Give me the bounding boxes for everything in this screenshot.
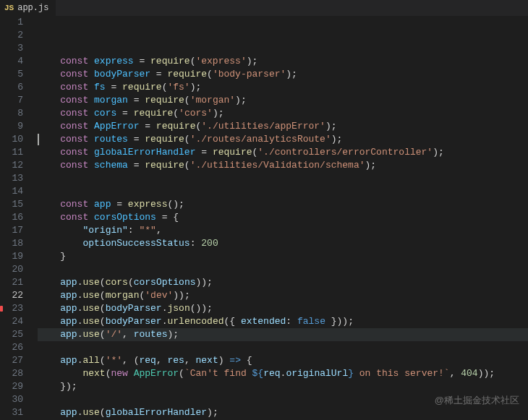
code-line[interactable]: app.all('*', (req, res, next) => { — [38, 354, 528, 367]
line-number: 16 — [0, 211, 23, 224]
line-number: 8 — [0, 107, 23, 120]
line-number: 18 — [0, 237, 23, 250]
line-number: 12 — [0, 159, 23, 172]
code-line[interactable]: const routes = require('./routes/analyti… — [38, 133, 528, 146]
code-line[interactable]: app.use(bodyParser.json()); — [38, 302, 528, 315]
code-line[interactable] — [38, 172, 528, 185]
code-line[interactable]: const AppError = require('./utilities/ap… — [38, 120, 528, 133]
line-number: 26 — [0, 341, 23, 354]
line-number: 24 — [0, 315, 23, 328]
code-line[interactable]: app.use('/', routes); — [38, 328, 528, 341]
line-number: 5 — [0, 68, 23, 81]
code-line[interactable]: const app = express(); — [38, 198, 528, 211]
line-number: 14 — [0, 185, 23, 198]
line-number: 15 — [0, 198, 23, 211]
line-number: 4 — [0, 55, 23, 68]
line-number: 28 — [0, 367, 23, 380]
code-line[interactable]: app.use(bodyParser.urlencoded({ extended… — [38, 315, 528, 328]
line-number: 27 — [0, 354, 23, 367]
line-number-gutter: 1234567891011121314151617181920212223242… — [0, 16, 32, 420]
line-number: 20 — [0, 263, 23, 276]
text-cursor — [38, 134, 39, 145]
code-line[interactable]: const cors = require('cors'); — [38, 107, 528, 120]
line-number: 7 — [0, 94, 23, 107]
line-number: 1 — [0, 16, 23, 29]
line-number: 13 — [0, 172, 23, 185]
code-line[interactable]: const schema = require('./utilities/Vali… — [38, 159, 528, 172]
tab-bar: JS app.js — [0, 0, 528, 16]
code-line[interactable]: const morgan = require('morgan'); — [38, 94, 528, 107]
line-number: 23 — [0, 302, 23, 315]
code-line[interactable]: const fs = require('fs'); — [38, 81, 528, 94]
line-number: 9 — [0, 120, 23, 133]
code-line[interactable] — [38, 263, 528, 276]
error-marker-icon — [0, 306, 3, 312]
code-line[interactable]: app.use(cors(corsOptions)); — [38, 276, 528, 289]
line-number: 19 — [0, 250, 23, 263]
code-line[interactable]: } — [38, 250, 528, 263]
code-line[interactable]: "origin": "*", — [38, 224, 528, 237]
javascript-icon: JS — [4, 4, 14, 12]
line-number: 3 — [0, 42, 23, 55]
code-line[interactable] — [38, 185, 528, 198]
code-line[interactable]: app.use(morgan('dev')); — [38, 289, 528, 302]
code-line[interactable]: const corsOptions = { — [38, 211, 528, 224]
code-line[interactable]: app.use(globalErrorHandler); — [38, 406, 528, 419]
code-line[interactable]: const bodyParser = require('body-parser'… — [38, 68, 528, 81]
code-line[interactable]: const globalErrorHandler = require('./co… — [38, 146, 528, 159]
code-line[interactable]: next(new AppError(`Can't find ${req.orig… — [38, 367, 528, 380]
code-line[interactable] — [38, 341, 528, 354]
line-number: 21 — [0, 276, 23, 289]
tab-filename: app.js — [17, 3, 48, 13]
code-line[interactable] — [38, 393, 528, 406]
line-number: 11 — [0, 146, 23, 159]
code-line[interactable]: }); — [38, 380, 528, 393]
line-number: 2 — [0, 29, 23, 42]
line-number: 10 — [0, 133, 23, 146]
code-line[interactable]: const express = require('express'); — [38, 55, 528, 68]
line-number: 25 — [0, 328, 23, 341]
tab-app-js[interactable]: JS app.js — [0, 0, 56, 16]
line-number: 17 — [0, 224, 23, 237]
line-number: 6 — [0, 81, 23, 94]
code-area[interactable]: const express = require('express'); cons… — [32, 16, 528, 420]
line-number: 22 — [0, 289, 23, 302]
line-number: 29 — [0, 380, 23, 393]
code-editor[interactable]: 1234567891011121314151617181920212223242… — [0, 16, 528, 420]
line-number: 30 — [0, 393, 23, 406]
line-number: 31 — [0, 406, 23, 419]
code-line[interactable]: optionSuccessStatus: 200 — [38, 237, 528, 250]
